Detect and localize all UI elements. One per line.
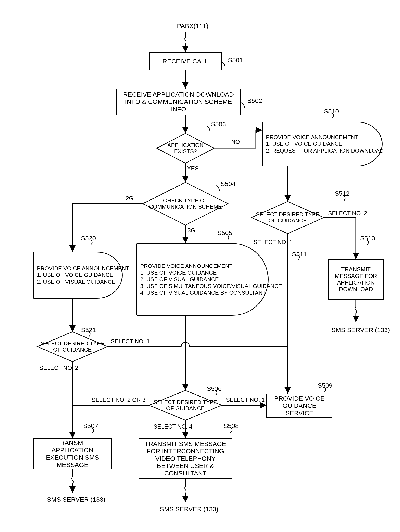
step-s504-text: CHECK TYPE OF COMMUNICATION SCHEME xyxy=(147,182,224,225)
step-s505-l1: 1. USE OF VOICE GUIDANCE xyxy=(140,269,258,276)
step-s512-diamond: SELECT DESIRED TYPE OF GUIDANCE xyxy=(252,202,324,234)
step-s513-box: TRANSMIT MESSAGE FOR APPLICATION DOWNLOA… xyxy=(328,259,384,300)
step-s512-id: S512 xyxy=(335,190,350,197)
step-s509-id: S509 xyxy=(318,382,332,389)
step-s521-text: SELECT DESIRED TYPE OF GUIDANCE xyxy=(37,332,108,361)
step-s510-l0: PROVIDE VOICE ANNOUNCEMENT xyxy=(266,134,374,140)
step-s511-id: S511 xyxy=(292,251,307,258)
step-s505-l0: PROVIDE VOICE ANNOUNCEMENT xyxy=(140,263,258,269)
step-s512-sel2: SELECT NO. 2 xyxy=(328,210,367,217)
step-s504-id: S504 xyxy=(221,180,235,188)
step-s501-box: RECEIVE CALL xyxy=(149,52,222,70)
step-s503-text: APPLICATION EXISTS? xyxy=(157,133,214,163)
step-s506-diamond: SELECT DESIRED TYPE OF GUIDANCE xyxy=(149,390,222,420)
step-s503-yes: YES xyxy=(187,165,199,172)
step-s521-sel2: SELECT NO. 2 xyxy=(39,365,78,371)
step-s507-box: TRANSMIT APPLICATION EXECUTION SMS MESSA… xyxy=(33,438,112,469)
step-s521-diamond: SELECT DESIRED TYPE OF GUIDANCE xyxy=(37,332,108,361)
step-s510-bubble: PROVIDE VOICE ANNOUNCEMENT 1. USE OF VOI… xyxy=(262,122,382,166)
step-s504-2g: 2G xyxy=(126,195,133,202)
step-s507-id: S507 xyxy=(83,422,98,430)
step-s508-dest: SMS SERVER (133) xyxy=(160,506,218,513)
step-s505-l4: 4. USE OF VISUAL GUIDANCE BY CONSULTANT xyxy=(140,290,258,296)
step-s520-bubble: PROVIDE VOICE ANNOUNCEMENT 1. USE OF VOI… xyxy=(33,252,123,299)
step-s506-text: SELECT DESIRED TYPE OF GUIDANCE xyxy=(149,390,222,420)
step-s501-id: S501 xyxy=(228,57,243,64)
step-s512-sel1: SELECT NO. 1 xyxy=(254,239,293,246)
step-s510-l1: 1. USE OF VOICE GUIDANCE xyxy=(266,140,374,147)
step-s509-box: PROVIDE VOICE GUIDANCE SERVICE xyxy=(266,393,332,418)
step-s512-text: SELECT DESIRED TYPE OF GUIDANCE xyxy=(252,202,324,234)
step-s503-diamond: APPLICATION EXISTS? xyxy=(157,133,214,163)
step-s506-sel1: SELECT NO. 1 xyxy=(226,397,265,403)
step-s520-id: S520 xyxy=(81,235,96,242)
step-s520-l2: 2. USE OF VISUAL GUIDANCE xyxy=(37,279,110,285)
flowchart-canvas: PABX(111) RECEIVE CALL S501 RECEIVE APPL… xyxy=(0,0,400,532)
step-s506-sel4: SELECT NO. 4 xyxy=(154,424,192,430)
step-s505-id: S505 xyxy=(217,229,232,237)
step-s510-l2: 2. REQUEST FOR APPLICATION DOWNLOAD xyxy=(266,147,374,154)
step-s520-l0: PROVIDE VOICE ANNOUNCEMENT xyxy=(37,265,110,272)
step-s503-id: S503 xyxy=(211,120,226,128)
step-s506-sel23: SELECT NO. 2 OR 3 xyxy=(92,397,146,403)
step-s505-l2: 2. USE OF VISUAL GUIDANCE xyxy=(140,276,258,283)
step-s513-id: S513 xyxy=(360,235,375,242)
step-s520-l1: 1. USE OF VOICE GUIDANCE xyxy=(37,272,110,278)
step-s502-box: RECEIVE APPLICATION DOWNLOAD INFO & COMM… xyxy=(116,89,241,115)
step-s510-id: S510 xyxy=(324,108,339,115)
step-s504-diamond: CHECK TYPE OF COMMUNICATION SCHEME xyxy=(147,182,224,225)
step-s508-box: TRANSMIT SMS MESSAGE FOR INTERCONNECTING… xyxy=(139,438,232,479)
step-s513-dest: SMS SERVER (133) xyxy=(331,326,390,334)
step-s504-3g: 3G xyxy=(188,227,195,234)
step-s521-id: S521 xyxy=(81,326,96,334)
step-s505-l3: 3. USE OF SIMULTANEOUS VOICE/VISUAL GUID… xyxy=(140,283,258,290)
step-s502-id: S502 xyxy=(247,97,262,104)
step-s508-id: S508 xyxy=(224,422,239,430)
step-s503-no: NO xyxy=(231,139,240,145)
pabx-label: PABX(111) xyxy=(177,22,209,30)
step-s505-bubble: PROVIDE VOICE ANNOUNCEMENT 1. USE OF VOI… xyxy=(136,243,269,316)
step-s507-dest: SMS SERVER (133) xyxy=(47,496,105,503)
step-s521-sel1: SELECT NO. 1 xyxy=(111,338,150,345)
